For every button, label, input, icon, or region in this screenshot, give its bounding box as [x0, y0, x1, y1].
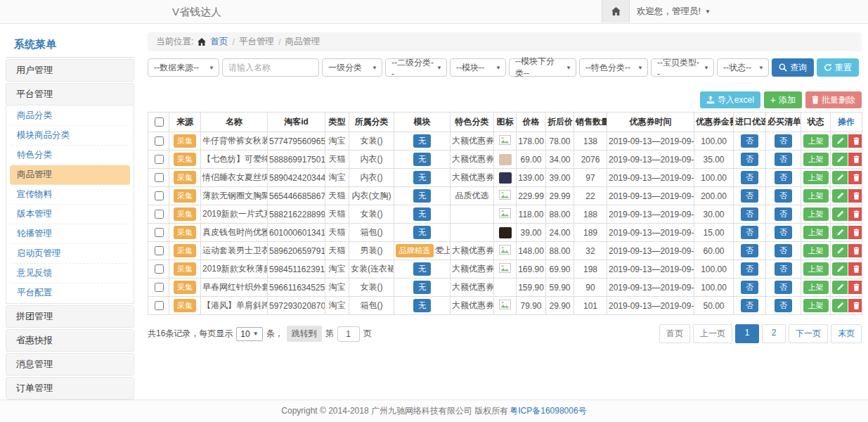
sidebar-subitem[interactable]: 宣传物料 — [10, 185, 130, 205]
sidebar-section[interactable]: 用户管理 — [6, 59, 134, 82]
edit-button[interactable] — [832, 281, 848, 294]
status-button[interactable]: 上架 — [803, 134, 829, 148]
sidebar-subitem[interactable]: 意见反馈 — [10, 264, 130, 283]
import-select-button[interactable]: 否 — [741, 244, 758, 257]
edit-button[interactable] — [832, 171, 848, 184]
pager-button[interactable]: 1 — [735, 324, 759, 343]
status-button[interactable]: 上架 — [803, 189, 829, 203]
sidebar-subitem-active[interactable]: 商品管理 — [10, 165, 130, 185]
data-source-select[interactable]: --数据来源--▼ — [148, 58, 219, 77]
delete-button[interactable] — [848, 226, 862, 239]
edit-button[interactable] — [832, 262, 848, 276]
delete-button[interactable] — [848, 244, 862, 257]
edit-button[interactable] — [832, 134, 848, 148]
sidebar-subitem[interactable]: 特色分类 — [10, 146, 130, 165]
jump-button[interactable]: 跳转到 — [287, 326, 322, 342]
must-buy-button[interactable]: 否 — [775, 262, 792, 276]
row-checkbox[interactable] — [155, 173, 164, 182]
delete-button[interactable] — [848, 189, 862, 203]
filter-select[interactable]: --宝贝类型--▼ — [651, 58, 714, 77]
delete-button[interactable] — [848, 153, 862, 166]
search-button[interactable]: 查询 — [772, 58, 814, 77]
sidebar-section[interactable]: 拼团管理 — [6, 305, 134, 328]
import-excel-button[interactable]: 导入excel — [700, 91, 760, 108]
import-select-button[interactable]: 否 — [741, 134, 758, 148]
filter-select[interactable]: 一级分类▼ — [322, 58, 382, 77]
delete-button[interactable] — [848, 299, 862, 312]
row-checkbox[interactable] — [155, 301, 164, 310]
row-checkbox[interactable] — [155, 264, 164, 274]
sidebar-subitem[interactable]: 轮播管理 — [10, 224, 130, 244]
status-button[interactable]: 上架 — [803, 153, 829, 166]
status-button[interactable]: 上架 — [803, 299, 829, 312]
status-button[interactable]: 上架 — [803, 262, 829, 276]
import-select-button[interactable]: 否 — [741, 262, 758, 276]
status-button[interactable]: 上架 — [803, 281, 829, 294]
must-buy-button[interactable]: 否 — [775, 244, 792, 257]
must-buy-button[interactable]: 否 — [775, 207, 792, 221]
must-buy-button[interactable]: 否 — [775, 171, 792, 184]
edit-button[interactable] — [832, 189, 848, 203]
must-buy-button[interactable]: 否 — [775, 134, 792, 148]
row-checkbox[interactable] — [155, 283, 164, 292]
icp-link[interactable]: 粤ICP备16098006号 — [510, 405, 586, 417]
filter-select[interactable]: --状态--▼ — [717, 58, 769, 77]
edit-button[interactable] — [832, 153, 848, 166]
delete-button[interactable] — [848, 262, 862, 276]
sidebar-subitem[interactable]: 模块商品分类 — [10, 126, 130, 146]
import-select-button[interactable]: 否 — [741, 153, 758, 166]
sidebar-subitem[interactable]: 商品分类 — [10, 106, 130, 126]
pager-button[interactable]: 2 — [762, 324, 786, 343]
delete-button[interactable] — [848, 171, 862, 184]
sidebar-subitem[interactable]: 版本管理 — [10, 205, 130, 224]
status-button[interactable]: 上架 — [803, 207, 829, 221]
status-button[interactable]: 上架 — [803, 171, 829, 184]
name-search-input[interactable] — [222, 58, 319, 77]
edit-button[interactable] — [832, 207, 848, 221]
select-all-checkbox[interactable] — [155, 117, 164, 127]
delete-button[interactable] — [848, 281, 862, 294]
pager-button[interactable]: 下一页 — [789, 324, 828, 343]
sidebar-subitem[interactable]: 平台配置 — [10, 283, 130, 302]
row-checkbox[interactable] — [155, 136, 164, 146]
row-checkbox[interactable] — [155, 191, 164, 200]
import-select-button[interactable]: 否 — [741, 281, 758, 294]
batch-delete-button[interactable]: 批量删除 — [805, 91, 862, 108]
import-select-button[interactable]: 否 — [741, 299, 758, 312]
breadcrumb-item[interactable]: 平台管理 — [239, 36, 274, 48]
import-select-button[interactable]: 否 — [741, 207, 758, 221]
filter-select[interactable]: --模块--▼ — [450, 58, 506, 77]
sidebar-section[interactable]: 省惠快报 — [6, 329, 134, 352]
row-checkbox[interactable] — [155, 228, 164, 237]
add-button[interactable]: + 添加 — [764, 91, 802, 108]
pager-button[interactable]: 上一页 — [693, 324, 732, 343]
import-select-button[interactable]: 否 — [741, 226, 758, 239]
reset-button[interactable]: 重置 — [817, 58, 859, 77]
edit-button[interactable] — [832, 244, 848, 257]
user-menu[interactable]: 欢迎您，管理员! ▼ — [637, 0, 711, 23]
sidebar-section[interactable]: 订单管理 — [6, 377, 134, 399]
must-buy-button[interactable]: 否 — [775, 153, 792, 166]
row-checkbox[interactable] — [155, 210, 164, 219]
delete-button[interactable] — [848, 134, 862, 148]
breadcrumb-home-link[interactable]: 首页 — [210, 36, 228, 48]
delete-button[interactable] — [848, 207, 862, 221]
import-select-button[interactable]: 否 — [741, 189, 758, 203]
edit-button[interactable] — [832, 226, 848, 239]
page-number-input[interactable] — [337, 326, 360, 342]
status-button[interactable]: 上架 — [803, 226, 829, 239]
pager-button[interactable]: 首页 — [659, 324, 690, 343]
must-buy-button[interactable]: 否 — [775, 189, 792, 203]
row-checkbox[interactable] — [155, 246, 164, 255]
home-button[interactable] — [602, 0, 630, 23]
filter-select[interactable]: --模块下分类--▼ — [509, 58, 576, 77]
filter-select[interactable]: --二级分类--▼ — [385, 58, 447, 77]
sidebar-section[interactable]: 消息管理 — [6, 353, 134, 376]
must-buy-button[interactable]: 否 — [775, 299, 792, 312]
sidebar-section[interactable]: 平台管理 — [6, 83, 134, 106]
import-select-button[interactable]: 否 — [741, 171, 758, 184]
filter-select[interactable]: --特色分类--▼ — [579, 58, 648, 77]
pager-button[interactable]: 末页 — [831, 324, 862, 343]
row-checkbox[interactable] — [155, 155, 164, 164]
sidebar-subitem[interactable]: 启动页管理 — [10, 244, 130, 264]
